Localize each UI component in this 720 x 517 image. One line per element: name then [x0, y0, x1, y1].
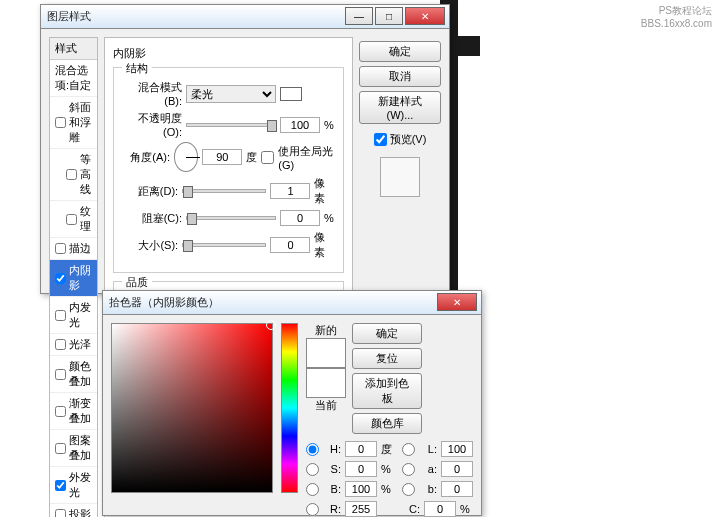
choke-input[interactable]: [280, 210, 320, 226]
hue-strip[interactable]: [281, 323, 298, 493]
angle-dial[interactable]: [174, 142, 198, 172]
titlebar[interactable]: 图层样式 — □ ✕: [41, 5, 449, 29]
panel-title: 内阴影: [113, 46, 344, 61]
distance-slider[interactable]: [182, 189, 266, 193]
style-label: 颜色叠加: [69, 359, 92, 389]
style-checkbox[interactable]: [55, 509, 66, 517]
r-input[interactable]: [345, 501, 377, 517]
style-item[interactable]: 图案叠加: [50, 430, 97, 467]
new-color-box: [306, 338, 346, 368]
style-checkbox[interactable]: [55, 117, 66, 128]
blend-mode-label: 混合模式(B):: [122, 80, 182, 107]
lab-b-input[interactable]: [441, 481, 473, 497]
style-label: 纹理: [80, 204, 92, 234]
style-checkbox[interactable]: [55, 339, 66, 350]
style-checkbox[interactable]: [55, 369, 66, 380]
b-radio[interactable]: [306, 483, 319, 496]
style-label: 内阴影: [69, 263, 92, 293]
style-checkbox[interactable]: [66, 214, 77, 225]
global-light-checkbox[interactable]: [261, 151, 274, 164]
maximize-button[interactable]: □: [375, 7, 403, 25]
blend-options-item[interactable]: 混合选项:自定: [50, 60, 97, 97]
layer-style-dialog: 图层样式 — □ ✕ 样式 混合选项:自定 斜面和浮雕等高线纹理描边内阴影内发光…: [40, 4, 450, 294]
a-radio[interactable]: [402, 463, 415, 476]
close-button[interactable]: ✕: [437, 293, 477, 311]
s-input[interactable]: [345, 461, 377, 477]
style-label: 投影: [69, 507, 91, 517]
add-swatch-button[interactable]: 添加到色板: [352, 373, 422, 409]
color-field[interactable]: [111, 323, 273, 493]
style-label: 外发光: [69, 470, 92, 500]
size-input[interactable]: [270, 237, 310, 253]
style-item[interactable]: 内阴影: [50, 260, 97, 297]
preview-swatch: [380, 157, 420, 197]
cancel-button[interactable]: 复位: [352, 348, 422, 369]
ok-button[interactable]: 确定: [352, 323, 422, 344]
s-radio[interactable]: [306, 463, 319, 476]
color-lib-button[interactable]: 颜色库: [352, 413, 422, 434]
style-item[interactable]: 斜面和浮雕: [50, 97, 97, 149]
style-label: 图案叠加: [69, 433, 92, 463]
style-item[interactable]: 渐变叠加: [50, 393, 97, 430]
choke-slider[interactable]: [186, 216, 276, 220]
ok-button[interactable]: 确定: [359, 41, 441, 62]
style-item[interactable]: 投影: [50, 504, 97, 517]
style-item[interactable]: 描边: [50, 238, 97, 260]
opacity-input[interactable]: [280, 117, 320, 133]
new-style-button[interactable]: 新建样式(W)...: [359, 91, 441, 124]
style-label: 渐变叠加: [69, 396, 92, 426]
style-item[interactable]: 光泽: [50, 334, 97, 356]
watermark: PS教程论坛 BBS.16xx8.com: [641, 4, 712, 29]
color-picker-dialog: 拾色器（内阴影颜色） ✕ 新的 当前 确定 复位 添加到: [102, 290, 482, 516]
shadow-color-swatch[interactable]: [280, 87, 302, 101]
style-item[interactable]: 等高线: [50, 149, 97, 201]
style-checkbox[interactable]: [55, 273, 66, 284]
style-checkbox[interactable]: [55, 243, 66, 254]
size-slider[interactable]: [182, 243, 266, 247]
window-title: 图层样式: [47, 9, 91, 24]
cancel-button[interactable]: 取消: [359, 66, 441, 87]
titlebar[interactable]: 拾色器（内阴影颜色） ✕: [103, 291, 481, 315]
style-checkbox[interactable]: [55, 406, 66, 417]
l-input[interactable]: [441, 441, 473, 457]
style-label: 等高线: [80, 152, 92, 197]
distance-input[interactable]: [270, 183, 310, 199]
style-label: 光泽: [69, 337, 91, 352]
styles-list-panel: 样式 混合选项:自定 斜面和浮雕等高线纹理描边内阴影内发光光泽颜色叠加渐变叠加图…: [49, 37, 98, 517]
r-radio[interactable]: [306, 503, 319, 516]
lab-b-radio[interactable]: [402, 483, 415, 496]
style-checkbox[interactable]: [66, 169, 77, 180]
style-item[interactable]: 外发光: [50, 467, 97, 504]
style-item[interactable]: 纹理: [50, 201, 97, 238]
style-item[interactable]: 内发光: [50, 297, 97, 334]
bv-input[interactable]: [345, 481, 377, 497]
a-input[interactable]: [441, 461, 473, 477]
window-title: 拾色器（内阴影颜色）: [109, 295, 219, 310]
close-button[interactable]: ✕: [405, 7, 445, 25]
minimize-button[interactable]: —: [345, 7, 373, 25]
c-input[interactable]: [424, 501, 456, 517]
blend-mode-select[interactable]: 柔光: [186, 85, 276, 103]
style-label: 斜面和浮雕: [69, 100, 92, 145]
h-input[interactable]: [345, 441, 377, 457]
current-color-box[interactable]: [306, 368, 346, 398]
opacity-slider[interactable]: [186, 123, 276, 127]
style-label: 描边: [69, 241, 91, 256]
style-item[interactable]: 颜色叠加: [50, 356, 97, 393]
styles-header[interactable]: 样式: [50, 38, 97, 60]
style-checkbox[interactable]: [55, 480, 66, 491]
style-checkbox[interactable]: [55, 443, 66, 454]
structure-fieldset: 结构 混合模式(B): 柔光 不透明度(O): % 角度(A): 度: [113, 67, 344, 273]
preview-checkbox[interactable]: [374, 133, 387, 146]
style-label: 内发光: [69, 300, 92, 330]
l-radio[interactable]: [402, 443, 415, 456]
h-radio[interactable]: [306, 443, 319, 456]
angle-input[interactable]: [202, 149, 242, 165]
style-checkbox[interactable]: [55, 310, 66, 321]
